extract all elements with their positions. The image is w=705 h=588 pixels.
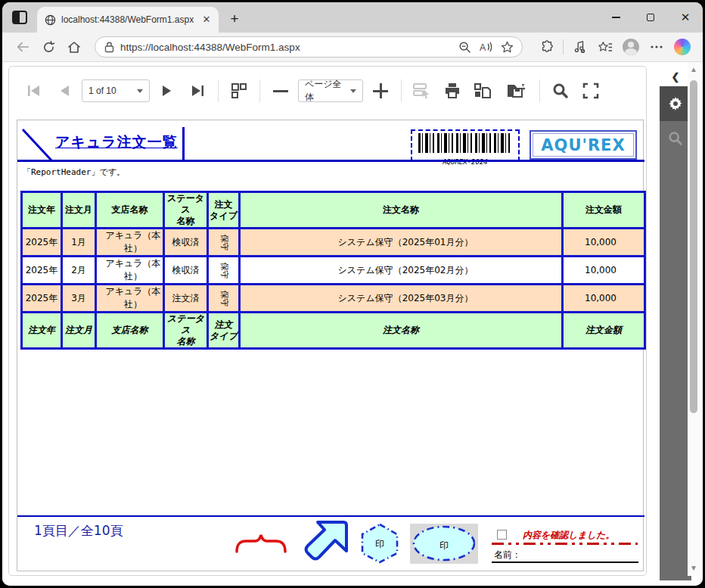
footer-rule bbox=[17, 515, 644, 517]
copilot-icon[interactable] bbox=[669, 36, 695, 58]
scrollbar-thumb[interactable] bbox=[690, 80, 697, 413]
browser-tab[interactable]: localhost:44388/WebForm1.aspx ✕ bbox=[37, 7, 219, 33]
vertical-scrollbar[interactable]: ▲ ▼ bbox=[688, 62, 700, 576]
zoom-selector[interactable]: ページ全体 bbox=[298, 79, 363, 102]
table-row: 2025年 2月 アキュラ（本社） 検収済 保守 システム保守（2025年02月… bbox=[22, 257, 645, 285]
cell-branch: アキュラ（本社） bbox=[96, 229, 164, 257]
title-separator-line bbox=[182, 127, 185, 160]
scroll-down-icon[interactable]: ▼ bbox=[689, 564, 698, 573]
search-icon bbox=[668, 131, 683, 146]
cell-order-name: システム保守（2025年03月分） bbox=[240, 285, 563, 313]
col-header-name: 注文名称 bbox=[240, 192, 563, 229]
cell-branch: アキュラ（本社） bbox=[96, 285, 164, 313]
home-button[interactable] bbox=[61, 36, 87, 58]
lock-icon bbox=[104, 42, 114, 53]
col-header-type: 注文 タイプ bbox=[208, 313, 240, 349]
tab-actions-icon[interactable] bbox=[12, 11, 27, 24]
favorites-bar-icon[interactable] bbox=[592, 36, 618, 58]
confirm-label: 内容を確認しました。 bbox=[523, 529, 614, 542]
last-page-button[interactable] bbox=[185, 78, 210, 104]
browser-window: localhost:44388/WebForm1.aspx ✕ + ✕ http… bbox=[2, 2, 703, 586]
report-page: アキュラ注文一覧 AQUREX-2024 AQU'REX 「ReportHead… bbox=[17, 120, 644, 571]
cell-branch: アキュラ（本社） bbox=[96, 257, 164, 285]
hexagon-stamp: 印 bbox=[359, 522, 401, 565]
col-header-branch: 支店名称 bbox=[96, 192, 164, 229]
table-row: 2025年 1月 アキュラ（本社） 検収済 保守 システム保守（2025年01月… bbox=[22, 229, 645, 257]
title-bar: localhost:44388/WebForm1.aspx ✕ + ✕ bbox=[2, 2, 703, 33]
col-header-branch: 支店名称 bbox=[96, 313, 164, 349]
cell-year: 2025年 bbox=[22, 229, 62, 257]
red-dashdot-rule bbox=[492, 543, 638, 545]
cell-type: 保守 bbox=[208, 285, 240, 313]
extensions-icon[interactable] bbox=[534, 36, 560, 58]
stamp-label: 印 bbox=[410, 540, 478, 552]
cell-status: 検収済 bbox=[164, 229, 208, 257]
company-logo: AQU'REX bbox=[530, 130, 637, 160]
first-page-button[interactable] bbox=[21, 78, 47, 104]
search-button[interactable] bbox=[548, 78, 573, 104]
col-header-month: 注文月 bbox=[62, 192, 96, 229]
globe-icon bbox=[45, 14, 56, 26]
tab-title: localhost:44388/WebForm1.aspx bbox=[61, 14, 200, 25]
search-tab[interactable] bbox=[660, 121, 691, 156]
zoom-out-button[interactable] bbox=[268, 78, 293, 104]
prev-page-button[interactable] bbox=[51, 78, 77, 104]
col-header-year: 注文年 bbox=[22, 313, 62, 349]
print-button[interactable] bbox=[439, 78, 465, 104]
browser-essentials-icon[interactable] bbox=[567, 36, 592, 58]
back-button[interactable] bbox=[10, 36, 36, 58]
cell-month: 2月 bbox=[62, 257, 96, 285]
brace-icon bbox=[234, 533, 287, 554]
confirm-checkbox[interactable] bbox=[497, 530, 507, 540]
zoom-in-button[interactable] bbox=[368, 78, 393, 104]
gear-icon bbox=[668, 96, 683, 111]
close-button[interactable]: ✕ bbox=[668, 2, 703, 33]
cell-status: 検収済 bbox=[164, 257, 208, 285]
sidebar-collapse-chevron[interactable]: ❮ bbox=[660, 67, 691, 86]
settings-tab[interactable] bbox=[660, 86, 691, 121]
col-header-month: 注文月 bbox=[62, 313, 96, 349]
table-header-row: 注文年 注文月 支店名称 ステータス 名称 注文 タイプ 注文名称 注文金額 bbox=[22, 192, 645, 229]
favorite-star-icon[interactable] bbox=[496, 37, 517, 57]
header-rule bbox=[17, 160, 644, 162]
col-header-amount: 注文金額 bbox=[563, 192, 645, 229]
cell-year: 2025年 bbox=[22, 285, 62, 313]
barcode-bars-icon bbox=[418, 133, 512, 153]
chevron-down-icon bbox=[137, 89, 143, 93]
svg-text:A: A bbox=[479, 42, 486, 53]
profile-avatar[interactable] bbox=[618, 36, 644, 58]
minimize-button[interactable] bbox=[598, 2, 633, 33]
cell-year: 2025年 bbox=[22, 257, 62, 285]
col-header-name: 注文名称 bbox=[240, 313, 563, 349]
more-menu-icon[interactable] bbox=[644, 36, 669, 58]
read-aloud-icon[interactable]: A bbox=[475, 37, 496, 57]
cell-order-name: システム保守（2025年02月分） bbox=[240, 257, 563, 285]
cell-amount: 10,000 bbox=[563, 229, 645, 257]
navigation-bar: https://localhost:44388/WebForm1.aspx A bbox=[2, 33, 703, 62]
name-label: 名前： bbox=[494, 549, 521, 562]
page-selector[interactable]: 1 of 10 bbox=[82, 79, 150, 102]
export-button[interactable] bbox=[500, 78, 532, 104]
report-viewer: 1 of 10 ページ全体 bbox=[8, 66, 647, 576]
gallery-print-button[interactable] bbox=[470, 78, 495, 104]
viewer-toolbar: 1 of 10 ページ全体 bbox=[21, 74, 604, 107]
fullscreen-button[interactable] bbox=[578, 78, 604, 104]
page-view-mode-icon[interactable] bbox=[226, 78, 252, 104]
new-tab-button[interactable]: + bbox=[226, 11, 243, 28]
select-tool-button[interactable] bbox=[409, 78, 435, 104]
cell-status: 注文済 bbox=[164, 285, 208, 313]
cell-order-name: システム保守（2025年01月分） bbox=[240, 229, 563, 257]
next-page-button[interactable] bbox=[154, 78, 180, 104]
scroll-up-icon[interactable]: ▲ bbox=[689, 65, 698, 74]
refresh-button[interactable] bbox=[36, 36, 61, 58]
col-header-status: ステータス 名称 bbox=[164, 313, 208, 349]
url-text: https://localhost:44388/WebForm1.aspx bbox=[120, 42, 454, 53]
maximize-button[interactable] bbox=[633, 2, 668, 33]
barcode: AQUREX-2024 bbox=[411, 129, 520, 161]
address-bar[interactable]: https://localhost:44388/WebForm1.aspx A bbox=[95, 36, 523, 58]
name-signature-line bbox=[492, 562, 638, 563]
tab-close-icon[interactable]: ✕ bbox=[200, 14, 213, 26]
zoom-out-page-icon[interactable] bbox=[454, 37, 475, 57]
col-header-type: 注文 タイプ bbox=[208, 192, 240, 229]
table-row: 2025年 3月 アキュラ（本社） 注文済 保守 システム保守（2025年03月… bbox=[22, 285, 645, 313]
